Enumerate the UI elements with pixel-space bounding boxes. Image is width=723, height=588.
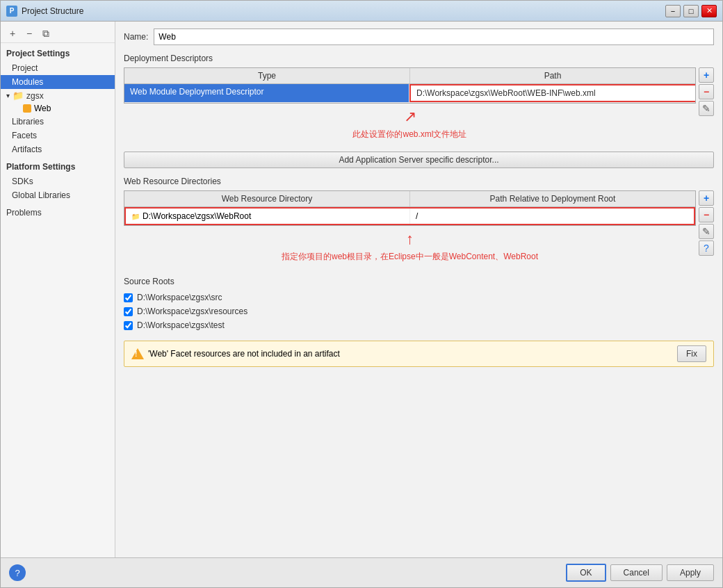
web-resource-title: Web Resource Directories: [124, 177, 714, 186]
folder-icon: 📁: [13, 90, 24, 101]
deployment-table: Type Path Web Module Deployment Descript…: [124, 67, 696, 104]
tree-child-web[interactable]: Web: [1, 102, 115, 115]
edit-resource-button[interactable]: ✎: [699, 224, 714, 239]
source-root-0-checkbox[interactable]: [124, 293, 133, 302]
copy-item-button[interactable]: ⧉: [40, 27, 52, 40]
resource-path-cell: /: [410, 209, 694, 224]
ok-button[interactable]: OK: [566, 564, 606, 582]
project-structure-window: P Project Structure − □ ✕ + − ⧉ Project …: [0, 0, 723, 588]
close-button[interactable]: ✕: [701, 5, 717, 17]
deployment-table-wrapper: Type Path Web Module Deployment Descript…: [124, 67, 714, 146]
edit-deployment-button[interactable]: ✎: [699, 101, 714, 116]
source-root-2-checkbox[interactable]: [124, 321, 133, 330]
resource-dir-cell: 📁 D:\Workspace\zgsx\WebRoot: [126, 209, 410, 224]
source-root-1-checkbox[interactable]: [124, 307, 133, 316]
window-title: Project Structure: [22, 6, 665, 16]
source-roots-title: Source Roots: [124, 277, 714, 286]
sidebar-item-modules[interactable]: Modules: [1, 75, 115, 89]
minimize-button[interactable]: −: [665, 5, 681, 17]
deployment-table-container: Type Path Web Module Deployment Descript…: [124, 67, 696, 146]
dir-icon: 📁: [131, 213, 140, 220]
dialog-footer: ? OK Cancel Apply: [1, 557, 722, 587]
cancel-button[interactable]: Cancel: [610, 564, 663, 581]
deployment-side-buttons: + − ✎: [699, 67, 714, 116]
sidebar-item-artifacts[interactable]: Artifacts: [1, 142, 115, 156]
sidebar-item-problems[interactable]: Problems: [1, 202, 115, 220]
add-app-server-button[interactable]: Add Application Server specific descript…: [124, 152, 714, 168]
sidebar: + − ⧉ Project Settings Project Modules ▾…: [1, 22, 115, 557]
resource-table-container: Web Resource Directory Path Relative to …: [124, 190, 696, 268]
resource-table-wrapper: Web Resource Directory Path Relative to …: [124, 190, 714, 268]
resource-side-buttons: + − ✎ ?: [699, 190, 714, 256]
deploy-path-cell: D:\Workspace\zgsx\WebRoot\WEB-INF\web.xm…: [409, 84, 695, 102]
fix-button[interactable]: Fix: [677, 345, 706, 362]
source-root-2: D:\Workspace\zgsx\test: [124, 318, 714, 332]
apply-button[interactable]: Apply: [667, 564, 714, 581]
sidebar-item-global-libraries[interactable]: Global Libraries: [1, 188, 115, 202]
name-label: Name:: [124, 32, 148, 42]
annotation1-text: 此处设置你的web.xml文件地址: [352, 129, 466, 140]
source-root-0: D:\Workspace\zgsx\src: [124, 291, 714, 304]
remove-resource-button[interactable]: −: [699, 207, 714, 222]
sidebar-item-project[interactable]: Project: [1, 61, 115, 75]
maximize-button[interactable]: □: [683, 5, 699, 17]
remove-deployment-button[interactable]: −: [699, 84, 714, 99]
resource-table: Web Resource Directory Path Relative to …: [124, 190, 696, 226]
warning-text: 'Web' Facet resources are not included i…: [148, 349, 340, 359]
deployment-row-0[interactable]: Web Module Deployment Descriptor D:\Work…: [124, 84, 695, 103]
module-icon: [23, 104, 31, 113]
sidebar-toolbar: + − ⧉: [1, 24, 115, 43]
name-row: Name:: [124, 28, 714, 45]
resource-row-0[interactable]: 📁 D:\Workspace\zgsx\WebRoot /: [124, 207, 695, 225]
sidebar-item-sdks[interactable]: SDKs: [1, 174, 115, 188]
title-bar: P Project Structure − □ ✕: [1, 1, 722, 22]
right-panel: Name: Deployment Descriptors Type Path W…: [115, 22, 722, 557]
deployment-table-header: Type Path: [124, 68, 695, 84]
deploy-type-cell: Web Module Deployment Descriptor: [124, 84, 409, 102]
col-path-relative: Path Relative to Deployment Root: [410, 191, 695, 206]
project-settings-label: Project Settings: [1, 46, 115, 61]
add-deployment-button[interactable]: +: [699, 67, 714, 83]
warning-bar: 'Web' Facet resources are not included i…: [124, 341, 714, 367]
sidebar-item-libraries[interactable]: Libraries: [1, 115, 115, 129]
help-button[interactable]: ?: [9, 564, 26, 581]
help-resource-button[interactable]: ?: [699, 240, 714, 256]
title-bar-buttons: − □ ✕: [665, 5, 717, 17]
main-content: + − ⧉ Project Settings Project Modules ▾…: [1, 22, 722, 557]
deployment-descriptors-title: Deployment Descriptors: [124, 54, 714, 63]
resource-table-header: Web Resource Directory Path Relative to …: [124, 191, 695, 207]
col-web-resource-dir: Web Resource Directory: [124, 191, 410, 206]
name-input[interactable]: [154, 28, 714, 45]
col-type: Type: [124, 68, 410, 83]
annotation2-text: 指定你项目的web根目录，在Eclipse中一般是WebContent、WebR…: [282, 251, 538, 263]
remove-item-button[interactable]: −: [23, 27, 35, 40]
add-resource-button[interactable]: +: [699, 190, 714, 206]
warning-content: 'Web' Facet resources are not included i…: [131, 348, 677, 359]
window-icon: P: [6, 6, 17, 17]
add-item-button[interactable]: +: [6, 27, 19, 40]
annotation1-wrapper: ↗ 此处设置你的web.xml文件地址: [124, 109, 696, 146]
source-root-1: D:\Workspace\zgsx\resources: [124, 304, 714, 318]
platform-settings-label: Platform Settings: [1, 156, 115, 174]
sidebar-item-facets[interactable]: Facets: [1, 129, 115, 142]
red-arrow-2: ↑: [406, 231, 414, 247]
red-arrow-1: ↗: [404, 109, 416, 124]
tree-root-zgsx[interactable]: ▾ 📁 zgsx: [1, 89, 115, 102]
warning-triangle-icon: [131, 348, 144, 359]
tree-arrow: ▾: [6, 92, 10, 99]
annotation2-wrapper: ↑ 指定你项目的web根目录，在Eclipse中一般是WebContent、We…: [124, 231, 696, 268]
source-roots-list: D:\Workspace\zgsx\src D:\Workspace\zgsx\…: [124, 291, 714, 332]
col-path: Path: [410, 68, 695, 83]
